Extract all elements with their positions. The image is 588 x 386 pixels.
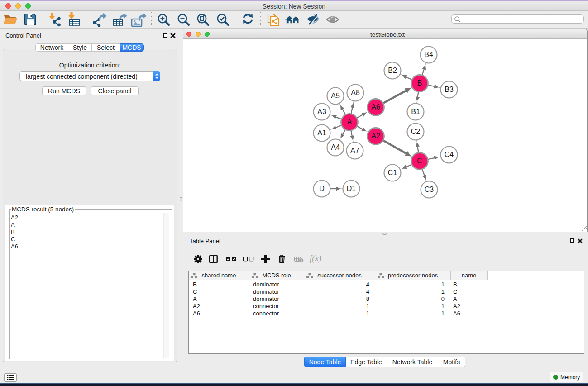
svg-text:C1: C1: [388, 169, 397, 176]
svg-text:B4: B4: [424, 51, 433, 58]
svg-text:A5: A5: [331, 92, 340, 100]
svg-text:A: A: [347, 118, 352, 126]
svg-text:A7: A7: [350, 147, 359, 154]
svg-text:A8: A8: [351, 89, 360, 96]
svg-text:B3: B3: [445, 86, 454, 93]
svg-text:C: C: [417, 157, 422, 165]
svg-text:C2: C2: [411, 128, 421, 135]
svg-text:C3: C3: [425, 186, 434, 193]
svg-text:A1: A1: [317, 129, 326, 137]
svg-text:A2: A2: [371, 132, 380, 140]
svg-text:D: D: [319, 185, 325, 192]
svg-text:A3: A3: [317, 108, 326, 115]
svg-text:D1: D1: [347, 185, 356, 192]
svg-text:A4: A4: [331, 143, 340, 151]
svg-text:B1: B1: [411, 108, 420, 115]
svg-text:A6: A6: [371, 103, 380, 111]
svg-text:C4: C4: [445, 151, 454, 158]
svg-text:B2: B2: [388, 67, 397, 74]
svg-text:B: B: [417, 79, 422, 87]
